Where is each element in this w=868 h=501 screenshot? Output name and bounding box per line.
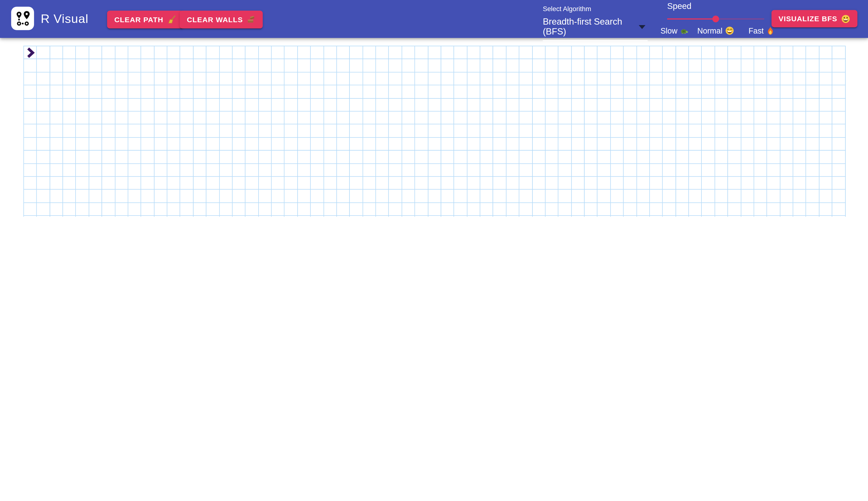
grid-cell[interactable] bbox=[559, 125, 572, 138]
grid-cell[interactable] bbox=[519, 46, 532, 60]
grid-cell[interactable] bbox=[233, 46, 246, 60]
grid-cell[interactable] bbox=[415, 72, 428, 85]
grid-cell[interactable] bbox=[598, 72, 611, 85]
grid-cell[interactable] bbox=[350, 164, 363, 177]
grid-cell[interactable] bbox=[115, 85, 128, 98]
grid-cell[interactable] bbox=[272, 164, 285, 177]
grid-cell[interactable] bbox=[806, 72, 819, 85]
grid-cell[interactable] bbox=[832, 85, 845, 98]
grid-cell[interactable] bbox=[428, 125, 441, 138]
grid-cell[interactable] bbox=[102, 46, 115, 60]
grid-cell[interactable] bbox=[298, 85, 311, 98]
grid-cell[interactable] bbox=[259, 164, 272, 177]
grid-cell[interactable] bbox=[89, 111, 102, 125]
grid-cell[interactable] bbox=[702, 98, 715, 111]
grid-cell[interactable] bbox=[559, 111, 572, 125]
grid-cell[interactable] bbox=[233, 203, 246, 216]
grid-cell[interactable] bbox=[37, 216, 50, 217]
grid-cell[interactable] bbox=[363, 111, 376, 125]
grid-cell[interactable] bbox=[350, 177, 363, 190]
grid-cell[interactable] bbox=[441, 98, 454, 111]
grid-cell[interactable] bbox=[793, 85, 806, 98]
grid-cell[interactable] bbox=[115, 125, 128, 138]
grid-cell[interactable] bbox=[780, 151, 793, 164]
grid-cell[interactable] bbox=[467, 138, 480, 151]
grid-cell[interactable] bbox=[793, 60, 806, 72]
grid-cell[interactable] bbox=[741, 125, 754, 138]
grid-cell[interactable] bbox=[298, 177, 311, 190]
grid-cell[interactable] bbox=[363, 72, 376, 85]
grid-cell[interactable] bbox=[806, 125, 819, 138]
grid-cell[interactable] bbox=[37, 111, 50, 125]
grid-cell[interactable] bbox=[663, 98, 676, 111]
grid-cell[interactable] bbox=[181, 111, 193, 125]
grid-cell[interactable] bbox=[24, 85, 37, 98]
grid-cell[interactable] bbox=[480, 164, 494, 177]
grid-cell[interactable] bbox=[37, 125, 50, 138]
grid-cell[interactable] bbox=[441, 85, 454, 98]
grid-cell[interactable] bbox=[246, 125, 259, 138]
grid-cell[interactable] bbox=[702, 190, 715, 203]
grid-cell[interactable] bbox=[480, 203, 494, 216]
grid-cell[interactable] bbox=[168, 46, 181, 60]
grid-cell[interactable] bbox=[298, 60, 311, 72]
grid-cell[interactable] bbox=[663, 151, 676, 164]
grid-cell[interactable] bbox=[363, 177, 376, 190]
grid-cell[interactable] bbox=[728, 85, 741, 98]
grid-cell[interactable] bbox=[415, 164, 428, 177]
grid-cell[interactable] bbox=[324, 190, 337, 203]
grid-cell[interactable] bbox=[480, 138, 494, 151]
grid-cell[interactable] bbox=[689, 164, 702, 177]
grid-cell[interactable] bbox=[50, 60, 63, 72]
grid-cell[interactable] bbox=[494, 164, 506, 177]
grid-cell[interactable] bbox=[155, 111, 168, 125]
grid-cell[interactable] bbox=[532, 216, 546, 217]
grid-cell[interactable] bbox=[780, 72, 793, 85]
grid-cell[interactable] bbox=[311, 138, 324, 151]
grid-cell[interactable] bbox=[63, 60, 76, 72]
grid-cell[interactable] bbox=[728, 190, 741, 203]
grid-cell[interactable] bbox=[689, 111, 702, 125]
grid-cell[interactable] bbox=[89, 203, 102, 216]
grid-cell[interactable] bbox=[598, 151, 611, 164]
grid-cell[interactable] bbox=[441, 164, 454, 177]
grid-cell[interactable] bbox=[598, 164, 611, 177]
grid-cell[interactable] bbox=[767, 125, 780, 138]
grid-cell[interactable] bbox=[181, 164, 193, 177]
grid-cell[interactable] bbox=[650, 46, 663, 60]
grid-cell[interactable] bbox=[480, 111, 494, 125]
grid-cell[interactable] bbox=[168, 190, 181, 203]
grid-cell[interactable] bbox=[207, 111, 220, 125]
grid-cell[interactable] bbox=[506, 151, 519, 164]
slider-mark-slow[interactable]: Slow bbox=[660, 26, 688, 35]
grid-cell[interactable] bbox=[494, 190, 506, 203]
grid-cell[interactable] bbox=[546, 46, 559, 60]
grid-cell[interactable] bbox=[193, 190, 207, 203]
grid-cell[interactable] bbox=[676, 177, 689, 190]
grid-cell[interactable] bbox=[298, 190, 311, 203]
grid-cell[interactable] bbox=[350, 46, 363, 60]
grid-cell[interactable] bbox=[702, 125, 715, 138]
grid-cell[interactable] bbox=[702, 85, 715, 98]
grid-cell[interactable] bbox=[494, 203, 506, 216]
grid-cell[interactable] bbox=[415, 125, 428, 138]
grid-cell[interactable] bbox=[233, 111, 246, 125]
grid-cell[interactable] bbox=[663, 85, 676, 98]
grid-cell[interactable] bbox=[441, 111, 454, 125]
grid-cell[interactable] bbox=[207, 85, 220, 98]
grid-cell[interactable] bbox=[363, 164, 376, 177]
grid-cell[interactable] bbox=[676, 190, 689, 203]
grid-cell[interactable] bbox=[337, 98, 350, 111]
grid-cell[interactable] bbox=[89, 46, 102, 60]
grid-cell[interactable] bbox=[63, 138, 76, 151]
grid-cell[interactable] bbox=[702, 46, 715, 60]
grid-cell[interactable] bbox=[754, 85, 767, 98]
grid-cell[interactable] bbox=[793, 164, 806, 177]
grid-cell[interactable] bbox=[780, 164, 793, 177]
grid-cell[interactable] bbox=[207, 190, 220, 203]
grid-cell[interactable] bbox=[806, 46, 819, 60]
grid-cell[interactable] bbox=[402, 46, 415, 60]
grid-cell[interactable] bbox=[155, 164, 168, 177]
grid-cell[interactable] bbox=[819, 164, 832, 177]
grid-cell[interactable] bbox=[50, 111, 63, 125]
